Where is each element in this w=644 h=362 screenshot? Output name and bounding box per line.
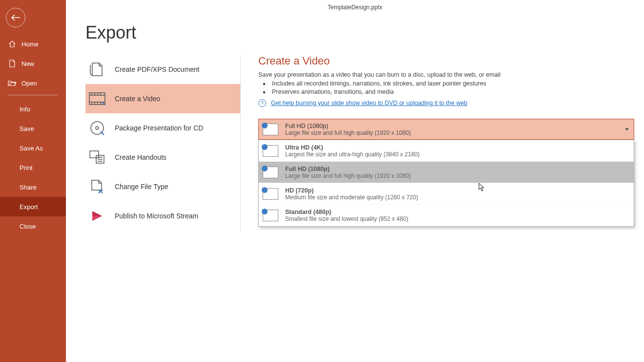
sidebar-label: New (21, 60, 34, 67)
option-pdf-xps[interactable]: Create PDF/XPS Document (85, 55, 240, 84)
dropdown-item-hd[interactable]: HD (720p) Medium file size and moderate … (259, 183, 634, 205)
detail-bullets: Includes all recorded timings, narration… (270, 80, 634, 95)
sidebar-item-print[interactable]: Print (0, 158, 66, 177)
detail-subtitle: Save your presentation as a video that y… (258, 71, 634, 78)
help-link[interactable]: Get help burning your slide show video t… (271, 100, 467, 106)
option-label: Create Handouts (115, 153, 166, 161)
option-label: Create PDF/XPS Document (115, 65, 200, 73)
sidebar-item-home[interactable]: Home (0, 34, 66, 54)
dropdown-item-standard[interactable]: Standard (480p) Smallest file size and l… (259, 205, 634, 226)
handouts-icon (88, 149, 106, 166)
dd-item-desc: Medium file size and moderate quality (1… (285, 194, 418, 201)
sidebar-item-share[interactable]: Share (0, 177, 66, 197)
chevron-down-icon (625, 128, 629, 130)
backstage-sidebar: Home New Open Info Save Save As Print Sh… (0, 0, 66, 362)
dd-item-title: Full HD (1080p) (285, 166, 411, 172)
help-row: ? Get help burning your slide show video… (258, 99, 634, 107)
sidebar-item-close[interactable]: Close (0, 216, 66, 236)
dd-item-desc: Large file size and full high quality (1… (285, 172, 411, 179)
dropdown-list: Ultra HD (4K) Largest file size and ultr… (258, 140, 634, 227)
sidebar-label: Save (20, 125, 34, 132)
option-handouts[interactable]: Create Handouts (85, 143, 240, 172)
sidebar-item-saveas[interactable]: Save As (0, 138, 66, 158)
dd-item-title: Standard (480p) (285, 209, 408, 215)
sidebar-label: Info (20, 106, 30, 113)
sidebar-label: Print (20, 164, 33, 171)
cd-icon (88, 119, 106, 137)
filetype-icon (88, 178, 106, 195)
resolution-icon (263, 210, 278, 221)
video-icon (88, 90, 106, 107)
resolution-icon (263, 167, 278, 178)
dd-item-desc: Smallest file size and lowest quality (8… (285, 215, 408, 222)
option-label: Create a Video (115, 95, 160, 103)
option-label: Change File Type (115, 183, 168, 191)
resolution-dropdown: Full HD (1080p) Large file size and full… (258, 119, 634, 227)
pdf-icon (88, 61, 106, 78)
sidebar-label: Save As (20, 145, 43, 152)
sidebar-divider (8, 95, 58, 95)
dropdown-selected-title: Full HD (1080p) (285, 123, 411, 129)
page-title: Export (85, 22, 644, 43)
resolution-icon (263, 124, 278, 135)
option-change-filetype[interactable]: Change File Type (85, 172, 240, 201)
option-publish-stream[interactable]: Publish to Microsoft Stream (85, 201, 240, 231)
dropdown-item-ultra-hd[interactable]: Ultra HD (4K) Largest file size and ultr… (259, 140, 634, 162)
sidebar-label: Open (21, 80, 37, 87)
open-icon (8, 80, 17, 86)
dropdown-selected[interactable]: Full HD (1080p) Large file size and full… (258, 119, 634, 140)
svg-point-2 (96, 127, 99, 129)
sidebar-label: Share (20, 184, 37, 191)
main-panel: TemplateDesign.pptx Export Create PDF/XP… (66, 0, 644, 362)
sidebar-item-open[interactable]: Open (0, 73, 66, 93)
sidebar-item-save[interactable]: Save (0, 119, 66, 138)
svg-rect-3 (90, 151, 99, 158)
sidebar-label: Home (21, 41, 39, 48)
filename: TemplateDesign.pptx (328, 4, 382, 11)
option-create-video[interactable]: Create a Video (85, 84, 240, 113)
dropdown-selected-desc: Large file size and full high quality (1… (285, 129, 411, 136)
home-icon (8, 40, 17, 48)
dd-item-title: HD (720p) (285, 187, 418, 194)
sidebar-label: Export (20, 203, 38, 211)
resolution-icon (263, 188, 278, 200)
option-label: Package Presentation for CD (115, 124, 203, 132)
bullet-item: Includes all recorded timings, narration… (270, 80, 634, 87)
new-icon (8, 60, 17, 67)
export-options-list: Create PDF/XPS Document Create a Video P… (85, 55, 241, 231)
help-icon: ? (258, 99, 266, 107)
detail-pane: Create a Video Save your presentation as… (241, 55, 644, 231)
bullet-item: Preserves animations, transitions, and m… (270, 88, 634, 95)
dd-item-desc: Largest file size and ultra-high quality… (285, 151, 420, 158)
option-package-cd[interactable]: Package Presentation for CD (85, 113, 240, 143)
dropdown-item-full-hd[interactable]: Full HD (1080p) Large file size and full… (259, 162, 634, 183)
sidebar-item-new[interactable]: New (0, 54, 66, 73)
dd-item-title: Ultra HD (4K) (285, 144, 420, 151)
option-label: Publish to Microsoft Stream (115, 212, 198, 220)
content-area: Create PDF/XPS Document Create a Video P… (66, 55, 644, 231)
titlebar: TemplateDesign.pptx (66, 0, 644, 15)
stream-icon (88, 207, 106, 225)
resolution-icon (263, 145, 278, 157)
sidebar-item-info[interactable]: Info (0, 99, 66, 119)
sidebar-item-export[interactable]: Export (0, 197, 66, 216)
detail-title: Create a Video (258, 55, 634, 67)
sidebar-label: Close (20, 223, 36, 230)
back-button[interactable] (6, 8, 25, 27)
